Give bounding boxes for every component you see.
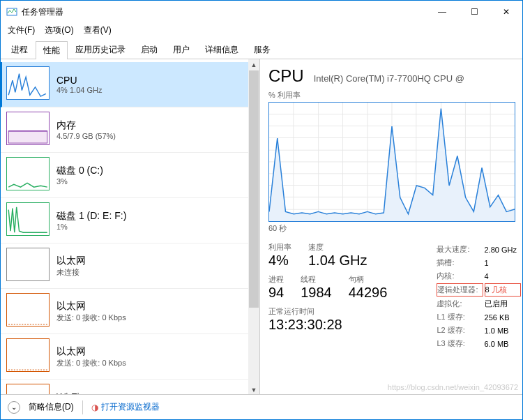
fewer-details-link[interactable]: 简略信息(D)	[29, 401, 74, 413]
stat-utilization: 利用率 4%	[268, 242, 291, 269]
thumb-chart	[6, 66, 50, 100]
watermark: https://blog.csdn.net/weixin_42093672	[388, 383, 518, 391]
detail-pane: CPU Intel(R) Core(TM) i7-7700HQ CPU @ % …	[260, 59, 522, 396]
stats-table: 最大速度:2.80 GHz插槽:1内核:4逻辑处理器:8 几核虚拟化:已启用L1…	[435, 242, 522, 351]
sidebar-item-stat: 4% 1.04 GHz	[56, 86, 102, 94]
sidebar-item-stat: 发送: 0 接收: 0 Kbps	[56, 358, 126, 368]
footer: ⌄ 简略信息(D) ◑ 打开资源监视器	[1, 394, 522, 419]
stat-speed: 速度 1.04 GHz	[308, 242, 367, 269]
tab-processes[interactable]: 进程	[3, 40, 36, 59]
sidebar-item-label: 以太网	[56, 300, 126, 313]
sidebar-item[interactable]: 磁盘 1 (D: E: F:) 1%	[1, 198, 259, 243]
sidebar-item[interactable]: 内存 4.5/7.9 GB (57%)	[1, 107, 259, 153]
detail-subtitle: Intel(R) Core(TM) i7-7700HQ CPU @	[314, 73, 464, 84]
thumb-chart	[6, 293, 50, 327]
tabstrip: 进程 性能 应用历史记录 启动 用户 详细信息 服务	[1, 40, 522, 59]
stat-handles: 句柄 44296	[349, 274, 388, 301]
sidebar-item[interactable]: 以太网 发送: 0 接收: 0 Kbps	[1, 289, 259, 334]
sidebar-item-stat: 4.5/7.9 GB (57%)	[56, 132, 116, 140]
thumb-chart	[6, 157, 50, 190]
sidebar-item-stat: 1%	[56, 223, 126, 231]
sidebar-item-label: 磁盘 0 (C:)	[56, 165, 103, 177]
menu-file[interactable]: 文件(F)	[8, 24, 35, 36]
tab-startup[interactable]: 启动	[133, 40, 165, 59]
scroll-up-icon[interactable]: ▲	[248, 59, 259, 70]
scroll-thumb[interactable]	[249, 70, 259, 308]
close-button[interactable]: ✕	[490, 1, 522, 23]
tab-performance[interactable]: 性能	[36, 41, 68, 59]
sidebar-item[interactable]: 以太网 未连接	[1, 243, 259, 289]
thumb-chart	[6, 338, 50, 372]
cpu-chart	[268, 102, 515, 222]
sidebar-item-label: CPU	[56, 75, 102, 86]
thumb-chart	[6, 248, 50, 281]
chart-y-label: % 利用率	[268, 90, 301, 100]
sidebar-item-stat: 3%	[56, 177, 103, 186]
chart-x-label: 60 秒	[268, 223, 522, 234]
sidebar-item-label: 磁盘 1 (D: E: F:)	[56, 210, 126, 223]
scrollbar[interactable]: ▲ ▼	[248, 59, 259, 396]
stat-processes: 进程 94	[268, 274, 284, 301]
menu-view[interactable]: 查看(V)	[84, 24, 112, 36]
menubar: 文件(F) 选项(O) 查看(V)	[1, 23, 522, 39]
menu-options[interactable]: 选项(O)	[45, 24, 73, 36]
window-title: 任务管理器	[22, 6, 426, 18]
svg-rect-1	[8, 131, 47, 143]
tab-services[interactable]: 服务	[246, 40, 278, 59]
sidebar-item-stat: 发送: 0 接收: 0 Kbps	[56, 313, 126, 323]
maximize-button[interactable]: ☐	[458, 1, 490, 23]
minimize-button[interactable]: —	[426, 1, 458, 23]
tab-apphistory[interactable]: 应用历史记录	[68, 40, 133, 59]
open-resmon-link[interactable]: ◑ 打开资源监视器	[91, 401, 160, 413]
tab-users[interactable]: 用户	[165, 40, 197, 59]
sidebar-item-label: 以太网	[56, 345, 126, 358]
titlebar: 任务管理器 — ☐ ✕	[1, 1, 522, 23]
stat-threads: 线程 1984	[301, 274, 332, 301]
sidebar-item-label: 内存	[56, 119, 116, 132]
resmon-icon: ◑	[91, 403, 98, 412]
sidebar-item[interactable]: Wi-Fi 发送: 0 接收: 16.0 Kbps	[1, 380, 259, 396]
sidebar-item[interactable]: 磁盘 0 (C:) 3%	[1, 153, 259, 198]
detail-title: CPU	[268, 66, 304, 86]
stat-uptime: 正常运行时间 13:23:30:28	[268, 306, 421, 333]
thumb-chart	[6, 112, 50, 145]
thumb-chart	[6, 202, 50, 236]
sidebar-item[interactable]: CPU 4% 1.04 GHz	[1, 62, 259, 107]
sidebar-item-label: 以太网	[56, 255, 86, 267]
tab-details[interactable]: 详细信息	[197, 40, 246, 59]
sidebar-item-stat: 未连接	[56, 267, 86, 278]
sidebar-item[interactable]: 以太网 发送: 0 接收: 0 Kbps	[1, 334, 259, 380]
sidebar: CPU 4% 1.04 GHz 内存 4.5/7.9 GB (57%) 磁盘 0…	[1, 59, 260, 396]
chevron-down-icon[interactable]: ⌄	[8, 401, 20, 414]
app-icon	[6, 6, 17, 17]
